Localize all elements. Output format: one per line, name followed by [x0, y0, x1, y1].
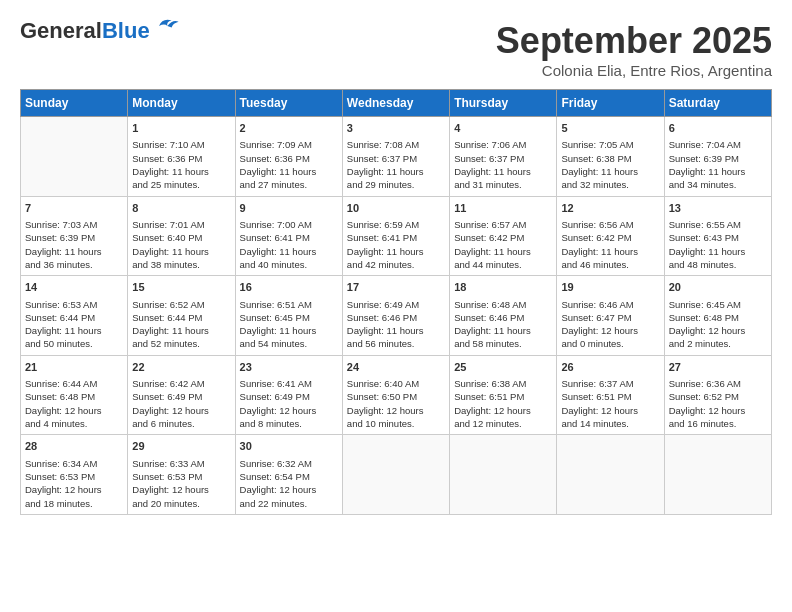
day-header-monday: Monday	[128, 90, 235, 117]
cell-info: Sunrise: 7:00 AM Sunset: 6:41 PM Dayligh…	[240, 218, 338, 271]
day-header-sunday: Sunday	[21, 90, 128, 117]
logo-bird-icon	[152, 12, 180, 40]
day-number: 4	[454, 121, 552, 136]
cell-info: Sunrise: 6:38 AM Sunset: 6:51 PM Dayligh…	[454, 377, 552, 430]
cell-info: Sunrise: 6:32 AM Sunset: 6:54 PM Dayligh…	[240, 457, 338, 510]
day-number: 21	[25, 360, 123, 375]
day-number: 5	[561, 121, 659, 136]
day-number: 22	[132, 360, 230, 375]
cell-info: Sunrise: 6:40 AM Sunset: 6:50 PM Dayligh…	[347, 377, 445, 430]
cell-info: Sunrise: 6:33 AM Sunset: 6:53 PM Dayligh…	[132, 457, 230, 510]
day-number: 1	[132, 121, 230, 136]
month-title: September 2025	[496, 20, 772, 62]
day-number: 17	[347, 280, 445, 295]
day-number: 20	[669, 280, 767, 295]
day-number: 16	[240, 280, 338, 295]
calendar-week-3: 14Sunrise: 6:53 AM Sunset: 6:44 PM Dayli…	[21, 276, 772, 356]
cell-info: Sunrise: 7:01 AM Sunset: 6:40 PM Dayligh…	[132, 218, 230, 271]
day-number: 13	[669, 201, 767, 216]
calendar-cell	[21, 117, 128, 197]
calendar-cell: 12Sunrise: 6:56 AM Sunset: 6:42 PM Dayli…	[557, 196, 664, 276]
day-number: 6	[669, 121, 767, 136]
calendar-cell: 11Sunrise: 6:57 AM Sunset: 6:42 PM Dayli…	[450, 196, 557, 276]
calendar-cell: 18Sunrise: 6:48 AM Sunset: 6:46 PM Dayli…	[450, 276, 557, 356]
day-number: 2	[240, 121, 338, 136]
calendar-cell: 29Sunrise: 6:33 AM Sunset: 6:53 PM Dayli…	[128, 435, 235, 515]
calendar-cell: 16Sunrise: 6:51 AM Sunset: 6:45 PM Dayli…	[235, 276, 342, 356]
cell-info: Sunrise: 6:48 AM Sunset: 6:46 PM Dayligh…	[454, 298, 552, 351]
location-subtitle: Colonia Elia, Entre Rios, Argentina	[496, 62, 772, 79]
calendar-cell: 20Sunrise: 6:45 AM Sunset: 6:48 PM Dayli…	[664, 276, 771, 356]
cell-info: Sunrise: 6:46 AM Sunset: 6:47 PM Dayligh…	[561, 298, 659, 351]
calendar-cell: 4Sunrise: 7:06 AM Sunset: 6:37 PM Daylig…	[450, 117, 557, 197]
calendar-cell: 24Sunrise: 6:40 AM Sunset: 6:50 PM Dayli…	[342, 355, 449, 435]
calendar-cell: 26Sunrise: 6:37 AM Sunset: 6:51 PM Dayli…	[557, 355, 664, 435]
day-header-wednesday: Wednesday	[342, 90, 449, 117]
cell-info: Sunrise: 6:42 AM Sunset: 6:49 PM Dayligh…	[132, 377, 230, 430]
day-number: 11	[454, 201, 552, 216]
logo: GeneralBlue	[20, 20, 180, 42]
calendar-cell: 8Sunrise: 7:01 AM Sunset: 6:40 PM Daylig…	[128, 196, 235, 276]
cell-info: Sunrise: 6:34 AM Sunset: 6:53 PM Dayligh…	[25, 457, 123, 510]
day-header-friday: Friday	[557, 90, 664, 117]
calendar-cell: 30Sunrise: 6:32 AM Sunset: 6:54 PM Dayli…	[235, 435, 342, 515]
calendar-cell: 7Sunrise: 7:03 AM Sunset: 6:39 PM Daylig…	[21, 196, 128, 276]
calendar-cell: 19Sunrise: 6:46 AM Sunset: 6:47 PM Dayli…	[557, 276, 664, 356]
cell-info: Sunrise: 6:53 AM Sunset: 6:44 PM Dayligh…	[25, 298, 123, 351]
day-number: 14	[25, 280, 123, 295]
calendar-cell: 17Sunrise: 6:49 AM Sunset: 6:46 PM Dayli…	[342, 276, 449, 356]
day-number: 28	[25, 439, 123, 454]
cell-info: Sunrise: 6:55 AM Sunset: 6:43 PM Dayligh…	[669, 218, 767, 271]
day-header-thursday: Thursday	[450, 90, 557, 117]
calendar-week-1: 1Sunrise: 7:10 AM Sunset: 6:36 PM Daylig…	[21, 117, 772, 197]
cell-info: Sunrise: 7:03 AM Sunset: 6:39 PM Dayligh…	[25, 218, 123, 271]
calendar-cell: 22Sunrise: 6:42 AM Sunset: 6:49 PM Dayli…	[128, 355, 235, 435]
page-header: GeneralBlue September 2025 Colonia Elia,…	[20, 20, 772, 79]
cell-info: Sunrise: 6:44 AM Sunset: 6:48 PM Dayligh…	[25, 377, 123, 430]
day-number: 27	[669, 360, 767, 375]
calendar-cell: 23Sunrise: 6:41 AM Sunset: 6:49 PM Dayli…	[235, 355, 342, 435]
calendar-cell: 10Sunrise: 6:59 AM Sunset: 6:41 PM Dayli…	[342, 196, 449, 276]
cell-info: Sunrise: 6:56 AM Sunset: 6:42 PM Dayligh…	[561, 218, 659, 271]
calendar-week-5: 28Sunrise: 6:34 AM Sunset: 6:53 PM Dayli…	[21, 435, 772, 515]
calendar-header-row: SundayMondayTuesdayWednesdayThursdayFrid…	[21, 90, 772, 117]
day-number: 15	[132, 280, 230, 295]
calendar-cell	[664, 435, 771, 515]
calendar-cell: 28Sunrise: 6:34 AM Sunset: 6:53 PM Dayli…	[21, 435, 128, 515]
day-number: 26	[561, 360, 659, 375]
calendar-cell: 5Sunrise: 7:05 AM Sunset: 6:38 PM Daylig…	[557, 117, 664, 197]
cell-info: Sunrise: 6:52 AM Sunset: 6:44 PM Dayligh…	[132, 298, 230, 351]
calendar-cell	[557, 435, 664, 515]
cell-info: Sunrise: 6:41 AM Sunset: 6:49 PM Dayligh…	[240, 377, 338, 430]
calendar-cell: 9Sunrise: 7:00 AM Sunset: 6:41 PM Daylig…	[235, 196, 342, 276]
day-number: 19	[561, 280, 659, 295]
calendar-cell: 25Sunrise: 6:38 AM Sunset: 6:51 PM Dayli…	[450, 355, 557, 435]
day-number: 18	[454, 280, 552, 295]
calendar-week-2: 7Sunrise: 7:03 AM Sunset: 6:39 PM Daylig…	[21, 196, 772, 276]
calendar-table: SundayMondayTuesdayWednesdayThursdayFrid…	[20, 89, 772, 515]
calendar-cell: 14Sunrise: 6:53 AM Sunset: 6:44 PM Dayli…	[21, 276, 128, 356]
calendar-week-4: 21Sunrise: 6:44 AM Sunset: 6:48 PM Dayli…	[21, 355, 772, 435]
day-number: 8	[132, 201, 230, 216]
day-number: 30	[240, 439, 338, 454]
cell-info: Sunrise: 7:04 AM Sunset: 6:39 PM Dayligh…	[669, 138, 767, 191]
day-number: 12	[561, 201, 659, 216]
calendar-cell: 1Sunrise: 7:10 AM Sunset: 6:36 PM Daylig…	[128, 117, 235, 197]
cell-info: Sunrise: 6:51 AM Sunset: 6:45 PM Dayligh…	[240, 298, 338, 351]
calendar-cell: 6Sunrise: 7:04 AM Sunset: 6:39 PM Daylig…	[664, 117, 771, 197]
cell-info: Sunrise: 6:37 AM Sunset: 6:51 PM Dayligh…	[561, 377, 659, 430]
logo-general: GeneralBlue	[20, 20, 150, 42]
calendar-cell: 15Sunrise: 6:52 AM Sunset: 6:44 PM Dayli…	[128, 276, 235, 356]
calendar-cell: 13Sunrise: 6:55 AM Sunset: 6:43 PM Dayli…	[664, 196, 771, 276]
cell-info: Sunrise: 6:49 AM Sunset: 6:46 PM Dayligh…	[347, 298, 445, 351]
cell-info: Sunrise: 7:08 AM Sunset: 6:37 PM Dayligh…	[347, 138, 445, 191]
day-number: 24	[347, 360, 445, 375]
day-number: 25	[454, 360, 552, 375]
cell-info: Sunrise: 6:45 AM Sunset: 6:48 PM Dayligh…	[669, 298, 767, 351]
calendar-cell	[342, 435, 449, 515]
cell-info: Sunrise: 7:05 AM Sunset: 6:38 PM Dayligh…	[561, 138, 659, 191]
cell-info: Sunrise: 7:10 AM Sunset: 6:36 PM Dayligh…	[132, 138, 230, 191]
day-number: 3	[347, 121, 445, 136]
title-block: September 2025 Colonia Elia, Entre Rios,…	[496, 20, 772, 79]
day-number: 23	[240, 360, 338, 375]
